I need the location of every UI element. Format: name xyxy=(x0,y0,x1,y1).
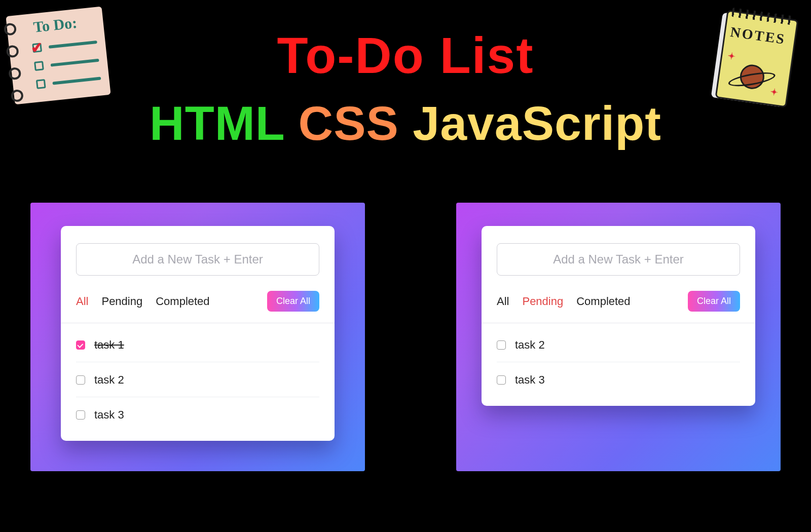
notes-notebook-icon: NOTES ✦✦ xyxy=(711,9,799,107)
task-row: task 2 xyxy=(76,362,319,397)
page-title: To-Do List xyxy=(0,26,811,85)
tech-subtitle: HTML CSS JavaScript xyxy=(0,96,811,151)
filter-tabs: All Pending Completed xyxy=(76,295,210,308)
clear-all-button[interactable]: Clear All xyxy=(688,291,740,312)
app-preview-all: All Pending Completed Clear All task 1 t… xyxy=(30,203,365,471)
task-checkbox[interactable] xyxy=(76,340,85,350)
task-row: task 3 xyxy=(76,397,319,432)
tab-all[interactable]: All xyxy=(497,295,509,308)
task-row: task 3 xyxy=(497,362,740,397)
task-list: task 1 task 2 task 3 xyxy=(76,327,319,432)
tab-completed[interactable]: Completed xyxy=(156,295,209,308)
todo-card: All Pending Completed Clear All task 2 t… xyxy=(482,226,755,406)
tech-css: CSS xyxy=(299,96,399,150)
task-row: task 1 xyxy=(76,327,319,362)
clear-all-button[interactable]: Clear All xyxy=(267,291,319,312)
tab-completed[interactable]: Completed xyxy=(576,295,630,308)
new-task-input[interactable] xyxy=(76,243,319,276)
task-row: task 2 xyxy=(497,327,740,362)
task-label: task 2 xyxy=(515,338,545,352)
new-task-input[interactable] xyxy=(497,243,740,276)
tab-pending[interactable]: Pending xyxy=(522,295,563,308)
task-label: task 1 xyxy=(94,338,124,352)
divider xyxy=(61,323,335,323)
filter-tabs: All Pending Completed xyxy=(497,295,631,308)
todo-notepad-icon: To Do: ✔ xyxy=(6,7,110,105)
tech-js: JavaScript xyxy=(413,96,661,150)
task-checkbox[interactable] xyxy=(497,375,506,385)
task-checkbox[interactable] xyxy=(497,340,506,350)
task-checkbox[interactable] xyxy=(76,375,85,385)
task-checkbox[interactable] xyxy=(76,410,85,420)
divider xyxy=(482,323,755,323)
tab-pending[interactable]: Pending xyxy=(101,295,142,308)
task-label: task 2 xyxy=(94,373,124,387)
app-preview-pending: All Pending Completed Clear All task 2 t… xyxy=(456,203,781,471)
tech-html: HTML xyxy=(150,96,284,150)
task-label: task 3 xyxy=(515,373,545,387)
task-list: task 2 task 3 xyxy=(497,327,740,397)
task-label: task 3 xyxy=(94,408,124,422)
todo-card: All Pending Completed Clear All task 1 t… xyxy=(61,226,335,441)
tab-all[interactable]: All xyxy=(76,295,88,308)
